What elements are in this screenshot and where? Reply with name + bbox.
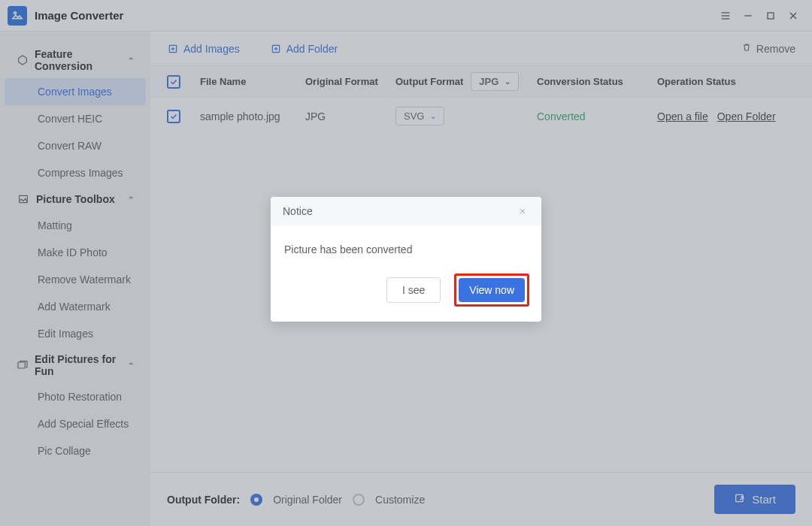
i-see-button[interactable]: I see — [386, 277, 441, 303]
highlight-box: View now — [454, 274, 529, 307]
notice-dialog: Notice Picture has been converted I see … — [271, 197, 541, 322]
dialog-message: Picture has been converted — [271, 225, 541, 263]
modal-overlay: Notice Picture has been converted I see … — [0, 0, 812, 526]
close-icon[interactable] — [516, 204, 529, 218]
view-now-button[interactable]: View now — [459, 278, 525, 302]
dialog-title: Notice — [283, 205, 313, 217]
